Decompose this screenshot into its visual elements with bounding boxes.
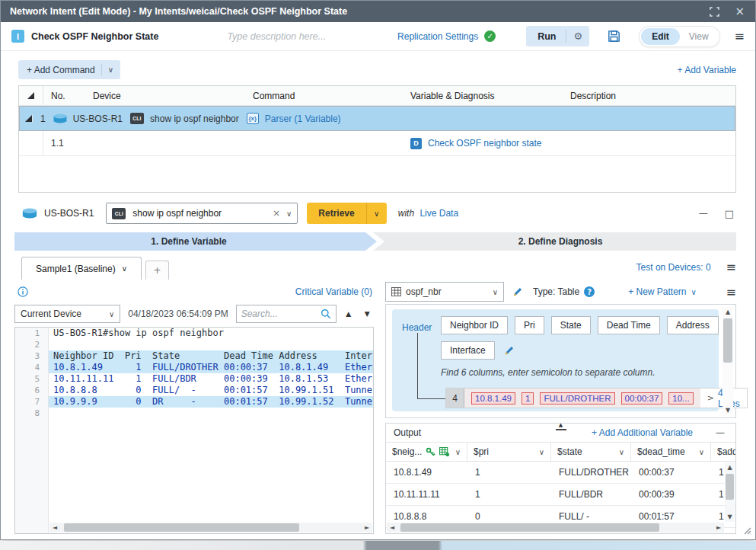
maximize-icon[interactable] (710, 7, 719, 17)
output-horizontal-scrollbar[interactable]: ◄ ► (387, 523, 724, 532)
scrollbar-thumb[interactable] (400, 523, 659, 532)
pattern-menu-icon[interactable]: ≡ (726, 285, 736, 299)
search-icon[interactable] (321, 309, 331, 319)
output-col-state[interactable]: $state ∨ (551, 443, 631, 461)
column-chevron-icon[interactable]: ∨ (619, 448, 624, 456)
header-column-chips-row2: Interface (441, 341, 515, 360)
column-chip[interactable]: Neighbor ID (441, 316, 508, 334)
clear-command-icon[interactable]: × (270, 208, 283, 219)
matched-token[interactable]: FULL/DROTHER (540, 392, 614, 405)
edit-variable-pencil-icon[interactable] (512, 286, 523, 298)
output-row[interactable]: 10.8.1.49 1 FULL/DROTHER 00:00:37 1 (386, 462, 735, 484)
step2-label[interactable]: 2. Define Diagnosis (384, 232, 736, 251)
router-icon (53, 114, 67, 123)
column-chip[interactable]: State (551, 316, 591, 334)
command-combobox[interactable]: CLI show ip ospf neighbor × ∨ (106, 203, 298, 224)
description-input[interactable] (227, 31, 382, 42)
save-icon[interactable] (607, 29, 621, 43)
retrieve-button[interactable]: Retrieve (307, 203, 365, 224)
header-column-chips: Neighbor ID Pri State Dead Time Address (441, 316, 719, 334)
editor-horizontal-scrollbar[interactable]: ◄ ► (49, 523, 372, 532)
add-command-chevron-icon[interactable]: ∨ (108, 66, 113, 74)
pattern-vertical-scrollbar[interactable]: ▲ ▼ (723, 307, 733, 415)
row-expand-icon[interactable] (25, 115, 33, 122)
window-resize-grip[interactable] (744, 526, 751, 537)
matched-token[interactable]: 00:00:37 (621, 392, 663, 405)
search-prev-icon[interactable]: ▲ (342, 307, 355, 321)
sample-line-number: 4 (446, 389, 464, 408)
output-vertical-scrollbar[interactable]: ▲ ▼ (725, 462, 735, 522)
output-row[interactable]: 10.11.11.11 1 FULL/BDR 00:00:39 1 (386, 484, 735, 506)
diagnosis-link[interactable]: Check OSPF neighbor state (428, 138, 541, 149)
critical-variable-link[interactable]: Critical Variable (0) (295, 286, 372, 297)
scroll-right-icon[interactable]: ► (362, 523, 372, 532)
parser-link[interactable]: Parser (1 Variable) (265, 114, 341, 124)
column-chip[interactable]: Interface (441, 341, 495, 360)
step1-label[interactable]: 1. Define Variable (14, 232, 363, 251)
output-col-address[interactable]: $add (711, 443, 735, 461)
column-chip[interactable]: Address (667, 316, 719, 334)
panel-minimize-icon[interactable]: — (699, 208, 708, 219)
add-additional-variable-link[interactable]: + Add Additional Variable (592, 427, 693, 438)
run-button[interactable]: Run (526, 31, 566, 42)
scrollbar-track[interactable] (723, 317, 733, 405)
column-chip[interactable]: Pri (515, 316, 544, 334)
live-data-link[interactable]: Live Data (419, 208, 458, 219)
add-command-button[interactable]: + Add Command ∨ (18, 60, 120, 79)
close-icon[interactable]: × (735, 5, 745, 18)
help-icon[interactable]: ? (584, 286, 595, 297)
sample-menu-icon[interactable]: ≡ (726, 260, 736, 274)
output-minimize-icon[interactable]: — (716, 427, 725, 438)
replication-settings-link[interactable]: Replication Settings (397, 31, 478, 42)
scrollbar-thumb[interactable] (726, 474, 734, 500)
output-cell: 00:00:39 (631, 484, 711, 505)
search-input[interactable] (241, 309, 321, 319)
scroll-down-icon[interactable]: ▼ (723, 405, 733, 415)
table-row[interactable]: 1 US-BOS-R1 CLI show ip ospf neighbor {x… (19, 106, 735, 131)
matched-token[interactable]: 10... (668, 392, 693, 405)
retrieve-chevron-icon[interactable]: ∨ (366, 203, 387, 224)
column-chevron-icon[interactable]: ∨ (699, 448, 704, 456)
new-pattern-link[interactable]: + New Pattern ∨ (628, 286, 697, 297)
matched-token[interactable]: 1 (522, 392, 534, 405)
panel-restore-icon[interactable]: □ (725, 208, 734, 219)
column-chip[interactable]: Dead Time (598, 316, 660, 334)
column-chevron-icon[interactable]: ∨ (455, 448, 461, 456)
command-chevron-icon[interactable]: ∨ (286, 209, 292, 218)
expand-all-icon[interactable] (19, 86, 43, 105)
scroll-right-icon[interactable]: ► (713, 523, 724, 532)
tab-chevron-icon[interactable]: ∨ (122, 264, 127, 273)
scrollbar-thumb[interactable] (723, 318, 732, 363)
scroll-left-icon[interactable]: ◄ (49, 523, 60, 532)
scroll-down-icon[interactable]: ▼ (725, 512, 735, 522)
test-on-devices-link[interactable]: Test on Devices: 0 (636, 262, 711, 273)
table-row[interactable]: 1.1 D Check OSPF neighbor state (19, 131, 735, 156)
collapse-panel-icon[interactable]: ▲ (556, 422, 566, 430)
add-sample-tab[interactable]: + (145, 261, 169, 280)
key-icon (426, 447, 435, 457)
add-variable-link[interactable]: + Add Variable (677, 65, 736, 75)
search-next-icon[interactable]: ▼ (361, 307, 374, 321)
output-col-neighbor[interactable]: $neig... ∨ (386, 443, 467, 461)
output-col-dead-time[interactable]: $dead_time ∨ (631, 443, 711, 461)
info-icon[interactable] (18, 286, 28, 297)
matched-token[interactable]: 10.8.1.49 (471, 392, 515, 405)
column-chevron-icon[interactable]: ∨ (539, 448, 544, 456)
scrollbar-track[interactable] (60, 523, 362, 532)
scrollbar-track[interactable] (725, 472, 735, 512)
scroll-up-icon[interactable]: ▲ (723, 307, 733, 317)
scrollbar-track[interactable] (397, 523, 713, 532)
scrollbar-thumb[interactable] (64, 523, 299, 532)
output-col-pri[interactable]: $pri ∨ (467, 443, 551, 461)
tab-sample1-baseline[interactable]: Sample1 (Baseline) ∨ (21, 257, 142, 280)
edit-columns-pencil-icon[interactable] (503, 345, 515, 357)
device-scope-select[interactable]: Current Device ∨ (14, 305, 120, 323)
toggle-edit[interactable]: Edit (641, 28, 680, 45)
run-settings-gear-icon[interactable]: ⚙ (566, 30, 589, 42)
scroll-up-icon[interactable]: ▲ (725, 462, 735, 472)
cli-output-editor[interactable]: 1US-BOS-R1#show ip ospf neighbor 2 3Neig… (14, 327, 374, 534)
toggle-view[interactable]: View (680, 31, 718, 42)
header-menu-icon[interactable]: ≡ (735, 29, 745, 43)
variable-select[interactable]: ospf_nbr ∨ (385, 282, 504, 302)
scroll-left-icon[interactable]: ◄ (387, 523, 397, 532)
